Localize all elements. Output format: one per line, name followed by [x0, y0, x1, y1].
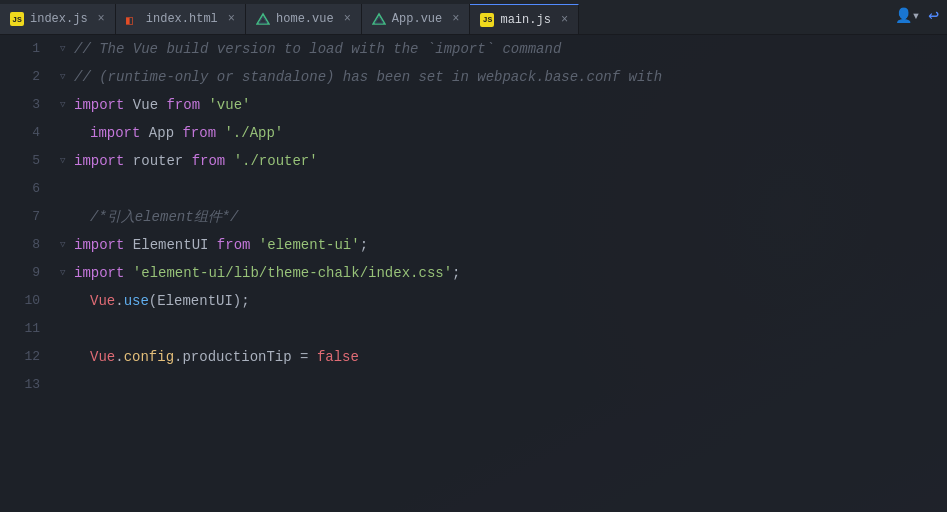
line-number-13: 13	[12, 371, 40, 399]
fold-arrow-3[interactable]: ▽	[60, 91, 72, 119]
tab-label-index-html: index.html	[146, 12, 218, 26]
tab-label-main-js: main.js	[500, 13, 550, 27]
token: ElementUI	[124, 231, 216, 259]
fold-arrow-2[interactable]: ▽	[60, 63, 72, 91]
line-number-2: 2	[12, 63, 40, 91]
code-line-8: ▽import ElementUI from 'element-ui';	[60, 231, 939, 259]
line-number-4: 4	[12, 119, 40, 147]
token: (ElementUI);	[149, 287, 250, 315]
token: false	[317, 343, 359, 371]
code-content: ▽// The Vue build version to load with t…	[52, 35, 947, 512]
fold-arrow-1[interactable]: ▽	[60, 35, 72, 63]
token	[216, 119, 224, 147]
line-number-1: 1	[12, 35, 40, 63]
code-line-6	[60, 175, 939, 203]
token: from	[166, 91, 200, 119]
top-bar: 👤▾ ↩	[887, 0, 947, 30]
profile-icon[interactable]: 👤▾	[895, 7, 920, 24]
line-number-8: 8	[12, 231, 40, 259]
undo-icon[interactable]: ↩	[928, 4, 939, 26]
token: router	[124, 147, 191, 175]
tab-home-vue[interactable]: home.vue×	[246, 4, 362, 34]
token: 'vue'	[208, 91, 250, 119]
token: // (runtime-only or standalone) has been…	[74, 63, 662, 91]
token	[200, 91, 208, 119]
line-numbers: 12345678910111213	[0, 35, 52, 512]
tab-icon-main-js: JS	[480, 13, 494, 27]
tab-close-index-js[interactable]: ×	[98, 12, 105, 26]
token: 'element-ui/lib/theme-chalk/index.css'	[133, 259, 452, 287]
tab-close-main-js[interactable]: ×	[561, 13, 568, 27]
code-line-11	[60, 315, 939, 343]
tab-icon-app-vue	[372, 12, 386, 26]
line-number-10: 10	[12, 287, 40, 315]
tab-close-index-html[interactable]: ×	[228, 12, 235, 26]
code-line-3: ▽import Vue from 'vue'	[60, 91, 939, 119]
line-number-7: 7	[12, 203, 40, 231]
code-line-12: Vue.config.productionTip = false	[60, 343, 939, 371]
code-line-4: import App from './App'	[60, 119, 939, 147]
token: App	[140, 119, 182, 147]
token: ;	[360, 231, 368, 259]
fold-arrow-8[interactable]: ▽	[60, 231, 72, 259]
code-line-13	[60, 371, 939, 399]
code-line-10: Vue.use(ElementUI);	[60, 287, 939, 315]
token: './App'	[224, 119, 283, 147]
token: ;	[452, 259, 460, 287]
token: // The Vue build version to load with th…	[74, 35, 561, 63]
line-number-11: 11	[12, 315, 40, 343]
tab-close-app-vue[interactable]: ×	[452, 12, 459, 26]
token: from	[192, 147, 226, 175]
code-line-7: /*引入element组件*/	[60, 203, 939, 231]
token: Vue	[124, 91, 166, 119]
token: 'element-ui'	[259, 231, 360, 259]
token: from	[217, 231, 251, 259]
tab-label-index-js: index.js	[30, 12, 88, 26]
line-number-9: 9	[12, 259, 40, 287]
token	[225, 147, 233, 175]
token: './router'	[234, 147, 318, 175]
token: /*引入element组件*/	[90, 203, 238, 231]
token: .	[115, 343, 123, 371]
line-number-6: 6	[12, 175, 40, 203]
token	[124, 259, 132, 287]
line-number-3: 3	[12, 91, 40, 119]
token: from	[182, 119, 216, 147]
token: Vue	[90, 343, 115, 371]
fold-arrow-5[interactable]: ▽	[60, 147, 72, 175]
line-number-12: 12	[12, 343, 40, 371]
tab-close-home-vue[interactable]: ×	[344, 12, 351, 26]
code-line-5: ▽import router from './router'	[60, 147, 939, 175]
token: import	[74, 147, 124, 175]
code-line-9: ▽import 'element-ui/lib/theme-chalk/inde…	[60, 259, 939, 287]
tab-index-js[interactable]: JSindex.js×	[0, 4, 116, 34]
token: import	[74, 91, 124, 119]
tab-bar: JSindex.js×◧index.html× home.vue× App.vu…	[0, 0, 947, 35]
line-number-5: 5	[12, 147, 40, 175]
token: Vue	[90, 287, 115, 315]
token	[250, 231, 258, 259]
tab-icon-index-html: ◧	[126, 12, 140, 26]
svg-text:◧: ◧	[126, 14, 133, 26]
tab-main-js[interactable]: JSmain.js×	[470, 4, 579, 34]
token: config	[124, 343, 174, 371]
code-editor: 12345678910111213 ▽// The Vue build vers…	[0, 35, 947, 512]
tab-app-vue[interactable]: App.vue×	[362, 4, 471, 34]
tab-label-home-vue: home.vue	[276, 12, 334, 26]
code-line-2: ▽// (runtime-only or standalone) has bee…	[60, 63, 939, 91]
token: import	[74, 231, 124, 259]
fold-arrow-9[interactable]: ▽	[60, 259, 72, 287]
token: import	[90, 119, 140, 147]
tab-index-html[interactable]: ◧index.html×	[116, 4, 246, 34]
token: .productionTip =	[174, 343, 317, 371]
tab-icon-index-js: JS	[10, 12, 24, 26]
editor-container: 👤▾ ↩ JSindex.js×◧index.html× home.vue× A…	[0, 0, 947, 512]
token: use	[124, 287, 149, 315]
token: import	[74, 259, 124, 287]
tab-label-app-vue: App.vue	[392, 12, 442, 26]
token: .	[115, 287, 123, 315]
tab-icon-home-vue	[256, 12, 270, 26]
code-line-1: ▽// The Vue build version to load with t…	[60, 35, 939, 63]
